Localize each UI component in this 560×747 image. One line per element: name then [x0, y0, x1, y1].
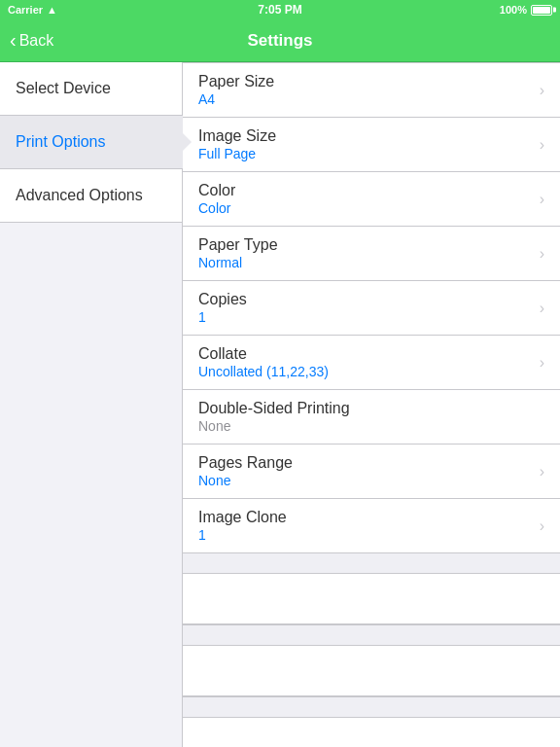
- paper-type-title: Paper Type: [198, 236, 532, 254]
- double-sided-row: Double-Sided Printing None: [183, 390, 560, 445]
- paper-size-row[interactable]: Paper Size A4 ›: [183, 63, 560, 118]
- sidebar: Select Device Print Options Advanced Opt…: [0, 62, 183, 747]
- empty-group-1: [183, 573, 560, 625]
- sidebar-item-print-options-label: Print Options: [16, 133, 105, 151]
- pages-range-title: Pages Range: [198, 454, 532, 472]
- active-indicator: [182, 132, 192, 152]
- image-clone-row[interactable]: Image Clone 1 ›: [183, 499, 560, 552]
- paper-size-chevron: ›: [540, 82, 544, 99]
- image-size-row[interactable]: Image Size Full Page ›: [183, 118, 560, 172]
- pages-range-chevron: ›: [540, 463, 544, 480]
- collate-chevron: ›: [540, 354, 544, 372]
- image-size-chevron: ›: [540, 136, 544, 154]
- copies-left: Copies 1: [198, 291, 532, 325]
- status-time: 7:05 PM: [258, 3, 301, 17]
- empty-group-2: [183, 645, 560, 697]
- pages-range-row[interactable]: Pages Range None ›: [183, 445, 560, 499]
- image-clone-chevron: ›: [540, 517, 544, 535]
- wifi-icon: ▲: [47, 4, 57, 16]
- paper-type-value: Normal: [198, 255, 532, 270]
- carrier-label: Carrier: [8, 4, 43, 16]
- empty-row-2: [183, 646, 560, 696]
- pages-range-left: Pages Range None: [198, 454, 532, 488]
- print-options-group: Paper Size A4 › Image Size Full Page › C…: [183, 62, 560, 553]
- status-right: 100%: [500, 4, 552, 16]
- copies-chevron: ›: [540, 300, 544, 317]
- color-row[interactable]: Color Color ›: [183, 172, 560, 227]
- copies-value: 1: [198, 309, 532, 325]
- collate-value: Uncollated (11,22,33): [198, 364, 532, 379]
- back-button[interactable]: ‹ Back: [10, 31, 53, 50]
- paper-size-value: A4: [198, 91, 532, 107]
- image-clone-value: 1: [198, 527, 532, 543]
- collate-title: Collate: [198, 345, 532, 363]
- color-left: Color Color: [198, 182, 532, 216]
- copies-row[interactable]: Copies 1 ›: [183, 281, 560, 336]
- paper-type-row[interactable]: Paper Type Normal ›: [183, 227, 560, 281]
- status-bar: Carrier ▲ 7:05 PM 100%: [0, 0, 560, 19]
- color-value: Color: [198, 200, 532, 216]
- image-clone-title: Image Clone: [198, 509, 532, 526]
- paper-size-left: Paper Size A4: [198, 73, 532, 107]
- back-label: Back: [19, 32, 54, 50]
- empty-row-3: [183, 718, 560, 747]
- image-size-value: Full Page: [198, 146, 532, 161]
- empty-row-1: [183, 574, 560, 624]
- sidebar-item-select-device[interactable]: Select Device: [0, 62, 182, 116]
- copies-title: Copies: [198, 291, 532, 308]
- sidebar-item-print-options[interactable]: Print Options: [0, 116, 182, 169]
- collate-left: Collate Uncollated (11,22,33): [198, 345, 532, 379]
- sidebar-item-select-device-label: Select Device: [16, 80, 111, 97]
- color-title: Color: [198, 182, 532, 199]
- pages-range-value: None: [198, 473, 532, 488]
- empty-group-3: [183, 717, 560, 747]
- paper-size-title: Paper Size: [198, 73, 532, 90]
- double-sided-title: Double-Sided Printing: [198, 400, 544, 417]
- image-size-title: Image Size: [198, 127, 532, 145]
- paper-type-chevron: ›: [540, 245, 544, 263]
- image-clone-left: Image Clone 1: [198, 509, 532, 543]
- collate-row[interactable]: Collate Uncollated (11,22,33) ›: [183, 336, 560, 390]
- nav-title: Settings: [247, 31, 312, 51]
- color-chevron: ›: [540, 191, 544, 208]
- content-area: Paper Size A4 › Image Size Full Page › C…: [183, 62, 560, 747]
- back-chevron-icon: ‹: [10, 30, 17, 50]
- main-container: Select Device Print Options Advanced Opt…: [0, 62, 560, 747]
- status-left: Carrier ▲: [8, 4, 57, 16]
- sidebar-item-advanced-options-label: Advanced Options: [16, 187, 143, 204]
- image-size-left: Image Size Full Page: [198, 127, 532, 161]
- battery-icon: [531, 5, 552, 16]
- nav-bar: ‹ Back Settings: [0, 19, 560, 62]
- sidebar-item-advanced-options[interactable]: Advanced Options: [0, 169, 182, 223]
- battery-label: 100%: [500, 4, 527, 16]
- paper-type-left: Paper Type Normal: [198, 236, 532, 270]
- double-sided-value: None: [198, 418, 544, 434]
- double-sided-left: Double-Sided Printing None: [198, 400, 544, 434]
